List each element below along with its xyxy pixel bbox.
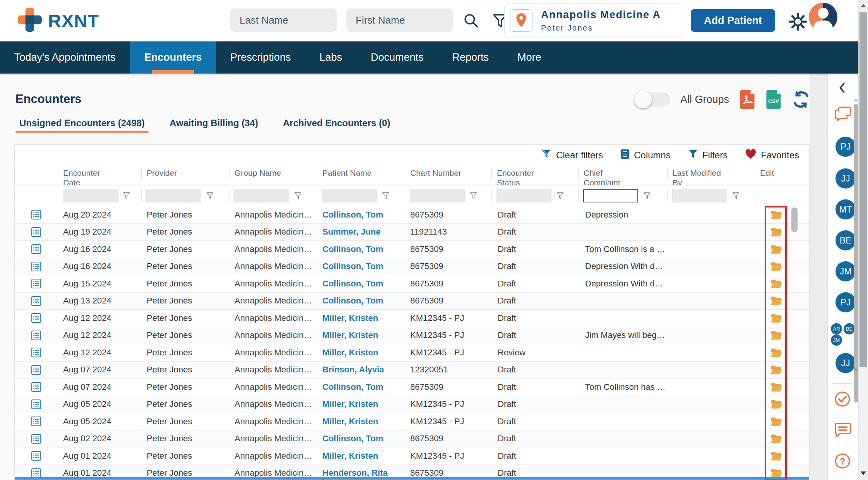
column-filter-input[interactable] [583,189,638,202]
edit-folder-icon[interactable] [770,348,782,358]
column-filter-input[interactable] [672,189,727,202]
column-filter-input[interactable] [63,189,118,202]
refresh-icon[interactable] [792,91,810,108]
patient-name-link[interactable]: Brinson, Alyvia [317,362,405,379]
column-header[interactable]: Group Name [229,166,317,185]
table-row[interactable]: Aug 12 2024 Peter Jones Annapolis Medici… [15,344,809,362]
edit-folder-icon[interactable] [770,382,782,392]
patient-name-link[interactable]: Collinson, Tom [317,275,405,292]
contact-avatar-small[interactable]: BE [844,323,855,334]
patient-name-link[interactable]: Collinson, Tom [317,206,405,223]
nav-item[interactable]: Prescriptions /**/ [216,41,305,74]
page-scrollbar-thumb[interactable] [859,12,867,367]
edit-folder-icon[interactable] [770,210,782,220]
column-filter-input[interactable] [234,189,289,202]
edit-folder-icon[interactable] [770,227,782,237]
first-name-input[interactable] [346,9,453,32]
nav-item[interactable]: Reports /**/ [438,41,503,74]
edit-folder-icon[interactable] [770,261,782,271]
column-filter-funnel-icon[interactable] [122,192,130,200]
export-pdf-icon[interactable] [739,90,755,109]
column-header[interactable]: Patient Name [317,166,405,185]
rxnt-logo[interactable]: RXNT [17,7,99,34]
patient-name-link[interactable]: Miller, Kristen [317,413,405,430]
table-row[interactable]: Aug 12 2024 Peter Jones Annapolis Medici… [15,310,809,327]
edit-folder-icon[interactable] [770,313,782,323]
settings-gear-icon[interactable] [788,12,808,33]
column-filter-funnel-icon[interactable] [643,192,651,200]
table-row[interactable]: Aug 02 2024 Peter Jones Annapolis Medici… [15,430,809,448]
patient-name-link[interactable]: Miller, Kristen [317,327,405,344]
encounter-detail-icon[interactable] [31,434,41,444]
chat-bubbles-icon[interactable] [835,106,852,122]
column-header[interactable]: Chart Number [405,166,491,185]
encounter-detail-icon[interactable] [31,209,41,220]
tasks-check-icon[interactable] [834,390,851,408]
contact-avatar[interactable]: JJ [835,353,856,373]
encounter-detail-icon[interactable] [31,399,41,410]
nav-item[interactable]: Today's Appointments /**/ [0,41,130,74]
column-header[interactable]: Last ModifiedBy [667,166,755,185]
patient-name-link[interactable]: Collinson, Tom [317,258,405,275]
page-scroll-down-icon[interactable] [861,471,866,475]
contact-avatar-small[interactable]: AR [831,323,842,334]
table-row[interactable]: Aug 12 2024 Peter Jones Annapolis Medici… [15,327,809,345]
encounter-detail-icon[interactable] [31,313,41,323]
table-row[interactable]: Aug 13 2024 Peter Jones Annapolis Medici… [15,293,809,310]
edit-folder-icon[interactable] [770,244,782,254]
patient-name-link[interactable]: Miller, Kristen [317,344,405,361]
sidebar-scroll-up-icon[interactable] [853,98,859,101]
encounter-detail-icon[interactable] [31,365,41,375]
column-filter-funnel-icon[interactable] [206,192,214,200]
column-filter-funnel-icon[interactable] [732,192,740,200]
column-filter-input[interactable] [410,189,465,202]
edit-folder-icon[interactable] [770,279,782,289]
table-row[interactable]: Aug 01 2024 Peter Jones Annapolis Medici… [15,447,809,465]
patient-name-link[interactable]: Miller, Kristen [317,447,405,465]
encounter-detail-icon[interactable] [31,261,41,272]
clear-filters-button[interactable]: Clear filters [541,149,603,161]
column-filter-funnel-icon[interactable] [469,192,478,200]
column-filter-funnel-icon[interactable] [294,192,302,200]
export-csv-icon[interactable]: CSV [765,90,782,109]
collapse-chevron-icon[interactable] [839,83,846,93]
column-filter-funnel-icon[interactable] [382,192,390,200]
feedback-comment-icon[interactable] [834,422,851,438]
edit-folder-icon[interactable] [770,365,782,375]
column-header[interactable]: Edit [755,166,798,185]
nav-item[interactable]: Labs /**/ [305,41,356,74]
edit-folder-icon[interactable] [770,330,782,340]
table-horizontal-scrollbar[interactable] [15,477,809,480]
column-header[interactable]: ChiefComplaint [578,166,667,185]
add-patient-button[interactable]: Add Patient [691,9,775,32]
location-selector[interactable]: Annapolis Medicine A Peter Jones [504,3,683,38]
help-question-icon[interactable]: ? [834,452,851,470]
encounter-detail-icon[interactable] [31,227,41,237]
column-header[interactable]: Provider [141,166,229,185]
column-header[interactable]: EncounterDate [58,166,141,185]
last-name-input[interactable] [230,9,337,32]
filters-button[interactable]: Filters [688,149,728,161]
tab[interactable]: Awaiting Billing (34) [166,115,262,133]
page-scrollbar[interactable] [858,0,868,480]
patient-name-link[interactable]: Collinson, Tom [317,379,405,396]
encounter-detail-icon[interactable] [31,330,41,341]
patient-name-link[interactable]: Miller, Kristen [317,396,405,413]
all-groups-toggle[interactable] [635,93,670,106]
table-row[interactable]: Aug 16 2024 Peter Jones Annapolis Medici… [15,258,809,276]
user-avatar[interactable] [809,3,837,31]
contact-avatar[interactable]: JM [835,261,856,281]
contact-avatar-small[interactable]: JM [831,334,842,346]
table-row[interactable]: Aug 07 2024 Peter Jones Annapolis Medici… [15,379,809,396]
column-filter-input[interactable] [146,189,201,202]
tab[interactable]: Archived Encounters (0) [279,115,394,133]
column-filter-funnel-icon[interactable] [556,192,564,200]
patient-name-link[interactable]: Collinson, Tom [317,241,405,258]
search-icon[interactable] [463,12,480,31]
column-header[interactable]: EncounterStatus [491,166,578,185]
column-filter-input[interactable] [496,189,551,202]
edit-folder-icon[interactable] [770,417,782,427]
edit-folder-icon[interactable] [770,296,782,306]
contact-avatar[interactable]: PJ [835,292,856,312]
nav-item[interactable]: More /**/ [503,41,556,74]
